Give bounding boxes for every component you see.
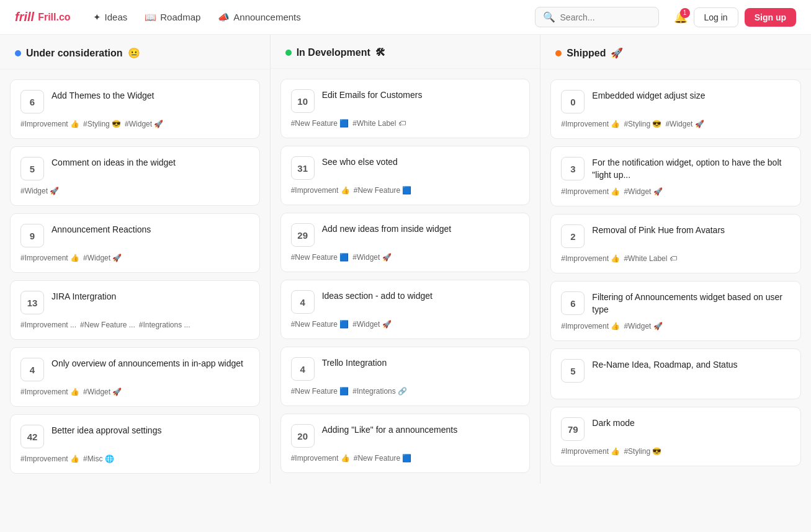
- tag: #Integrations 🔗: [352, 387, 407, 396]
- vote-count: 0: [561, 90, 585, 113]
- tag: #White Label 🏷: [352, 119, 405, 128]
- ideas-icon: ✦: [93, 12, 101, 23]
- card-shipped-1[interactable]: 3 For the notification widget, option to…: [550, 146, 801, 206]
- card-under-consideration-0[interactable]: 6 Add Themes to the Widget #Improvement …: [10, 79, 260, 139]
- vote-count: 6: [20, 90, 44, 113]
- card-title: Add new ideas from inside widget: [322, 223, 452, 236]
- vote-count: 79: [561, 417, 585, 441]
- nav-link-roadmap[interactable]: 📖Roadmap: [137, 8, 208, 27]
- vote-count: 3: [561, 157, 585, 180]
- login-button[interactable]: Log in: [694, 7, 738, 27]
- tag: #White Label 🏷: [624, 254, 676, 263]
- card-under-consideration-2[interactable]: 9 Announcement Reactions #Improvement 👍#…: [10, 213, 260, 273]
- column-dot-shipped: [555, 50, 562, 56]
- column-emoji-shipped: 🚀: [611, 47, 623, 59]
- card-top: 4 Ideas section - add to widget: [291, 290, 520, 314]
- vote-count: 29: [291, 223, 315, 247]
- vote-count: 2: [561, 224, 585, 248]
- brand-logo[interactable]: frill Frill.co: [15, 10, 71, 24]
- column-title-shipped: Shipped: [567, 48, 606, 59]
- card-under-consideration-5[interactable]: 42 Better idea approval settings #Improv…: [10, 414, 260, 474]
- card-tags: #New Feature 🟦#Widget 🚀: [291, 253, 520, 262]
- card-tags: #Improvement 👍#Widget 🚀: [20, 388, 249, 396]
- card-title: Removal of Pink Hue from Avatars: [592, 224, 725, 237]
- card-title: Better idea approval settings: [52, 425, 161, 437]
- tag: #Widget 🚀: [624, 187, 662, 196]
- column-dot-in-development: [285, 50, 292, 56]
- vote-count: 10: [291, 89, 315, 113]
- nav-actions: 🔔 1 Log in Sign up: [674, 7, 796, 27]
- vote-count: 31: [291, 156, 315, 180]
- cards-list-shipped: 0 Embedded widget adjust size #Improveme…: [540, 69, 811, 476]
- card-title: Re-Name Idea, Roadmap, and Status: [592, 359, 737, 371]
- announcements-icon: 📣: [218, 12, 230, 23]
- card-tags: #Improvement 👍#White Label 🏷: [561, 254, 791, 263]
- card-in-development-3[interactable]: 4 Ideas section - add to widget #New Fea…: [280, 280, 531, 339]
- card-shipped-2[interactable]: 2 Removal of Pink Hue from Avatars #Impr…: [550, 214, 801, 273]
- nav-link-announcements[interactable]: 📣Announcements: [210, 8, 308, 27]
- card-top: 79 Dark mode: [561, 417, 791, 441]
- card-title: JIRA Intergration: [52, 291, 116, 303]
- cards-list-under-consideration: 6 Add Themes to the Widget #Improvement …: [0, 69, 270, 484]
- tag: #Improvement 👍: [20, 254, 79, 262]
- card-tags: #Improvement ...#New Feature ...#Integra…: [20, 321, 249, 329]
- tag: #Improvement 👍: [20, 388, 79, 396]
- tag: #New Feature 🟦: [291, 320, 349, 329]
- tag: #Improvement 👍: [20, 454, 79, 463]
- card-shipped-0[interactable]: 0 Embedded widget adjust size #Improveme…: [550, 79, 801, 139]
- card-title: Trello Integration: [322, 357, 387, 370]
- column-emoji-under-consideration: 😐: [128, 47, 140, 59]
- card-shipped-4[interactable]: 5 Re-Name Idea, Roadmap, and Status: [550, 348, 801, 399]
- signup-button[interactable]: Sign up: [745, 8, 796, 27]
- card-top: 20 Adding "Like" for a announcements: [291, 424, 520, 448]
- card-in-development-4[interactable]: 4 Trello Integration #New Feature 🟦#Inte…: [280, 347, 531, 406]
- column-title-in-development: In Development: [297, 47, 370, 58]
- card-top: 4 Only overview of announcements in in-a…: [20, 358, 249, 381]
- tag: #New Feature 🟦: [291, 119, 349, 128]
- column-emoji-in-development: 🛠: [375, 47, 385, 58]
- card-in-development-5[interactable]: 20 Adding "Like" for a announcements #Im…: [280, 414, 531, 473]
- card-tags: #New Feature 🟦#Integrations 🔗: [291, 387, 520, 396]
- vote-count: 9: [20, 224, 44, 247]
- card-under-consideration-3[interactable]: 13 JIRA Intergration #Improvement ...#Ne…: [10, 280, 260, 340]
- card-top: 31 See who else voted: [291, 156, 520, 180]
- card-tags: #Improvement 👍#Widget 🚀: [561, 187, 791, 196]
- card-under-consideration-1[interactable]: 5 Comment on ideas in the widget #Widget…: [10, 146, 260, 206]
- nav-links: ✦Ideas📖Roadmap📣Announcements: [86, 8, 308, 27]
- column-shipped: Shipped 🚀 0 Embedded widget adjust size …: [540, 35, 811, 484]
- card-title: Filtering of Announcements widget based …: [592, 291, 791, 316]
- nav-link-ideas[interactable]: ✦Ideas: [86, 8, 135, 27]
- card-title: Embedded widget adjust size: [592, 90, 705, 102]
- vote-count: 13: [20, 291, 44, 314]
- tag: #Widget 🚀: [20, 187, 59, 195]
- card-top: 5 Comment on ideas in the widget: [20, 157, 249, 180]
- roadmap-label: Roadmap: [160, 12, 200, 22]
- column-header-in-development: In Development 🛠: [271, 35, 540, 69]
- cards-list-in-development: 10 Edit Emails for Customers #New Featur…: [271, 69, 540, 483]
- tag: #Improvement 👍: [291, 186, 350, 195]
- card-tags: #New Feature 🟦#Widget 🚀: [291, 320, 520, 329]
- brand-name: Frill.co: [38, 12, 70, 23]
- card-top: 29 Add new ideas from inside widget: [291, 223, 520, 247]
- card-in-development-2[interactable]: 29 Add new ideas from inside widget #New…: [280, 213, 531, 272]
- search-input[interactable]: [560, 12, 651, 22]
- tag: #Widget 🚀: [83, 388, 122, 396]
- tag: #Styling 😎: [83, 120, 121, 128]
- vote-count: 6: [561, 291, 585, 315]
- column-header-under-consideration: Under consideration 😐: [0, 35, 270, 69]
- column-under-consideration: Under consideration 😐 6 Add Themes to th…: [0, 35, 271, 484]
- card-under-consideration-4[interactable]: 4 Only overview of announcements in in-a…: [10, 347, 260, 407]
- card-in-development-0[interactable]: 10 Edit Emails for Customers #New Featur…: [280, 79, 531, 138]
- card-shipped-5[interactable]: 79 Dark mode #Improvement 👍#Styling 😎: [550, 407, 801, 466]
- notifications-button[interactable]: 🔔 1: [674, 11, 688, 24]
- card-tags: #Improvement 👍#Widget 🚀: [561, 322, 791, 330]
- card-title: Adding "Like" for a announcements: [322, 424, 458, 437]
- card-shipped-3[interactable]: 6 Filtering of Announcements widget base…: [550, 281, 801, 341]
- card-tags: #Improvement 👍#Misc 🌐: [20, 454, 249, 463]
- tag: #Widget 🚀: [352, 320, 391, 329]
- tag: #Widget 🚀: [624, 322, 662, 330]
- card-tags: #Improvement 👍#New Feature 🟦: [291, 186, 520, 195]
- tag: #Styling 😎: [624, 447, 661, 456]
- card-in-development-1[interactable]: 31 See who else voted #Improvement 👍#New…: [280, 146, 531, 205]
- board: Under consideration 😐 6 Add Themes to th…: [0, 35, 811, 484]
